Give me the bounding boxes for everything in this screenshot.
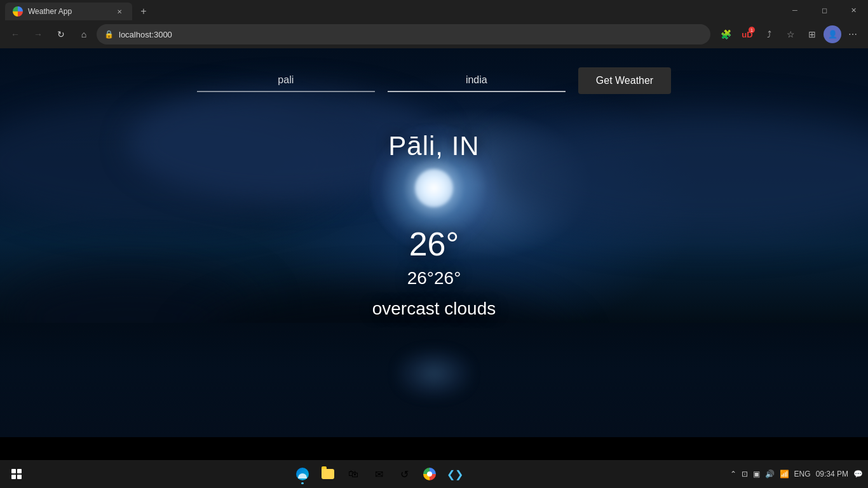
toolbar-icons: 🧩 uD 1 ⤴ ☆ ⊞ 👤 ⋯: [715, 24, 863, 44]
extensions-icon[interactable]: 🧩: [715, 24, 736, 44]
water: [0, 323, 868, 437]
taskbar-fileexplorer[interactable]: [316, 463, 339, 485]
taskbar: 🛍 ✉ ↺ ❮❯ ⌃ ⊡ ▣ 🔊 📶 ENG 09:34 PM 💬: [0, 460, 868, 488]
start-icon: [11, 469, 22, 479]
tab-close-button[interactable]: ✕: [114, 6, 125, 17]
edge-icon: [296, 468, 309, 480]
tab-favicon: [13, 6, 23, 17]
temperature: 26°: [372, 225, 496, 263]
start-button[interactable]: [5, 463, 28, 485]
weather-app: Get Weather Pāli, IN 26° 26°26° overcast…: [0, 48, 868, 437]
temp-range: 26°26°: [372, 268, 496, 288]
taskbar-mail[interactable]: ✉: [367, 463, 390, 485]
system-clock[interactable]: 09:34 PM: [816, 470, 848, 478]
taskbar-vscode[interactable]: ❮❯: [444, 463, 466, 485]
profile-icon[interactable]: 👤: [824, 25, 841, 43]
refresh-icon: ↺: [400, 468, 409, 480]
taskbar-apps: 🛍 ✉ ↺ ❮❯: [28, 463, 730, 485]
reload-button[interactable]: ↻: [51, 24, 71, 44]
taskbar-edge[interactable]: [291, 463, 314, 485]
systray-volume[interactable]: 🔊: [765, 470, 775, 478]
lock-icon: 🔒: [104, 30, 114, 39]
weather-display: Pāli, IN 26° 26°26° overcast clouds: [372, 131, 496, 319]
systray-tablet[interactable]: ⊡: [742, 470, 748, 478]
store-icon: 🛍: [348, 468, 358, 480]
systray-chevron[interactable]: ⌃: [730, 470, 736, 478]
chrome-icon: [423, 468, 436, 480]
city-name: Pāli, IN: [372, 131, 496, 161]
weather-description: overcast clouds: [372, 299, 496, 319]
cloud-3: [487, 112, 868, 239]
systray: ⌃ ⊡ ▣ 🔊 📶 ENG 09:34 PM 💬: [730, 470, 863, 478]
new-tab-button[interactable]: +: [135, 3, 153, 20]
mail-icon: ✉: [375, 468, 383, 480]
get-weather-button[interactable]: Get Weather: [578, 67, 671, 94]
systray-wifi[interactable]: 📶: [780, 470, 789, 478]
url-text: localhost:3000: [119, 30, 703, 39]
ublock-icon[interactable]: uD 1: [737, 24, 757, 44]
vscode-icon: ❮❯: [447, 468, 463, 480]
address-bar[interactable]: 🔒 localhost:3000: [97, 24, 710, 44]
title-bar: Weather App ✕ + ─ ◻ ✕: [0, 0, 868, 20]
city-input[interactable]: [197, 69, 375, 92]
language-indicator[interactable]: ENG: [794, 470, 811, 478]
more-button[interactable]: ⋯: [843, 24, 863, 44]
back-button[interactable]: ←: [5, 24, 25, 44]
systray-display[interactable]: ▣: [753, 470, 760, 478]
home-button[interactable]: ⌂: [74, 24, 94, 44]
favorites-icon[interactable]: ☆: [780, 24, 801, 44]
tab-title: Weather App: [28, 7, 109, 16]
taskbar-store[interactable]: 🛍: [342, 463, 365, 485]
clock-time: 09:34 PM: [816, 470, 848, 478]
browser-action-icon[interactable]: ⤴: [759, 24, 779, 44]
forward-button[interactable]: →: [28, 24, 48, 44]
folder-icon: [322, 469, 334, 479]
notifications-icon[interactable]: 💬: [853, 470, 863, 478]
collections-icon[interactable]: ⊞: [802, 24, 822, 44]
active-tab[interactable]: Weather App ✕: [5, 3, 132, 20]
close-button[interactable]: ✕: [839, 0, 868, 20]
minimize-button[interactable]: ─: [780, 0, 810, 20]
browser-chrome: Weather App ✕ + ─ ◻ ✕ ← → ↻ ⌂ 🔒 localhos…: [0, 0, 868, 48]
weather-form: Get Weather: [0, 67, 868, 94]
tab-bar: Weather App ✕ +: [0, 0, 153, 20]
window-controls: ─ ◻ ✕: [780, 0, 868, 20]
country-input[interactable]: [388, 69, 566, 92]
taskbar-chrome[interactable]: [418, 463, 441, 485]
taskbar-refresh[interactable]: ↺: [393, 463, 416, 485]
maximize-button[interactable]: ◻: [810, 0, 839, 20]
water-reflection: [396, 348, 472, 399]
address-bar-row: ← → ↻ ⌂ 🔒 localhost:3000 🧩 uD 1 ⤴ ☆ ⊞: [0, 20, 868, 48]
